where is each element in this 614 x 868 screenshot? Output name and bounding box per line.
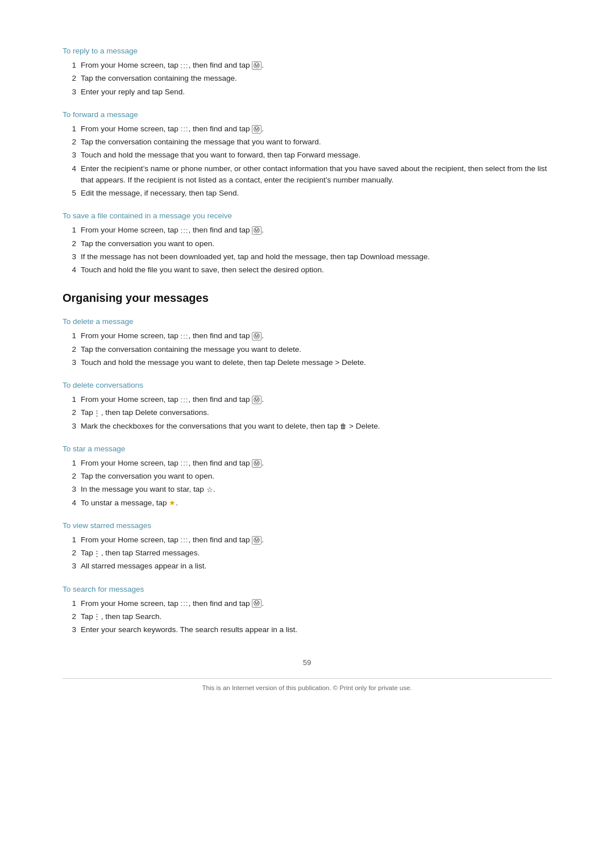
list-item: 2 Tap⋮, then tap Starred messages. [63, 547, 551, 559]
list-item: 5 Edit the message, if necessary, then t… [63, 188, 551, 199]
star-filled-icon: ★ [169, 497, 176, 509]
list-item: 1 From your Home screen, tap :::, then f… [63, 330, 551, 342]
steps-save-file: 1 From your Home screen, tap :::, then f… [63, 225, 551, 276]
heading-forward: To forward a message [63, 110, 551, 119]
section-search-messages: To search for messages 1 From your Home … [63, 585, 551, 636]
section-view-starred: To view starred messages 1 From your Hom… [63, 521, 551, 572]
list-item: 2 Tap⋮, then tap Search. [63, 611, 551, 622]
heading-star-message: To star a message [63, 445, 551, 453]
list-item: 1 From your Home screen, tap :::, then f… [63, 394, 551, 405]
list-item: 3 Enter your reply and tap Send. [63, 86, 551, 98]
grid-icon: ::: [181, 458, 189, 469]
steps-forward: 1 From your Home screen, tap :::, then f… [63, 123, 551, 200]
page-footer: 59 This is an Internet version of this p… [63, 658, 551, 691]
list-item: 4 Enter the recipient’s name or phone nu… [63, 163, 551, 186]
list-item: 2 Tap the conversation containing the me… [63, 73, 551, 84]
list-item: 4 To unstar a message, tap ★. [63, 497, 551, 509]
main-section-title: Organising your messages [63, 292, 551, 305]
page-number: 59 [63, 658, 551, 667]
list-item: 2 Tap the conversation you want to open. [63, 471, 551, 482]
steps-view-starred: 1 From your Home screen, tap :::, then f… [63, 534, 551, 572]
grid-icon: ::: [181, 394, 189, 406]
star-outline-icon: ☆ [206, 484, 213, 496]
list-item: 2 Tap the conversation containing the me… [63, 344, 551, 355]
message-app-icon: Ⓜ [252, 125, 262, 134]
message-app-icon: Ⓜ [252, 61, 262, 70]
section-reply: To reply to a message 1 From your Home s… [63, 47, 551, 98]
list-item: 3 All starred messages appear in a list. [63, 560, 551, 572]
list-item: 1 From your Home screen, tap :::, then f… [63, 534, 551, 546]
message-app-icon: Ⓜ [252, 332, 262, 340]
dots-vertical-icon: ⋮ [93, 408, 101, 419]
section-delete-conversations: To delete conversations 1 From your Home… [63, 381, 551, 432]
steps-delete-conversations: 1 From your Home screen, tap :::, then f… [63, 394, 551, 432]
steps-star-message: 1 From your Home screen, tap :::, then f… [63, 458, 551, 509]
list-item: 2 Tap the conversation containing the me… [63, 136, 551, 148]
list-item: 4 Touch and hold the file you want to sa… [63, 264, 551, 276]
list-item: 2 Tap the conversation you want to open. [63, 238, 551, 250]
steps-reply: 1 From your Home screen, tap :::, then f… [63, 60, 551, 98]
heading-reply: To reply to a message [63, 47, 551, 55]
list-item: 1 From your Home screen, tap :::, then f… [63, 598, 551, 609]
footer-note: This is an Internet version of this publ… [63, 684, 551, 691]
heading-delete-message: To delete a message [63, 317, 551, 326]
heading-search-messages: To search for messages [63, 585, 551, 593]
list-item: 3 Mark the checkboxes for the conversati… [63, 421, 551, 432]
heading-delete-conversations: To delete conversations [63, 381, 551, 389]
trash-icon: 🗑 [340, 421, 347, 431]
list-item: 3 If the message has not been downloaded… [63, 251, 551, 263]
grid-icon: ::: [181, 534, 189, 546]
dots-vertical-icon: ⋮ [93, 611, 101, 622]
steps-delete-message: 1 From your Home screen, tap :::, then f… [63, 330, 551, 368]
grid-icon: ::: [181, 225, 189, 236]
message-app-icon: Ⓜ [252, 226, 262, 235]
list-item: 3 Touch and hold the message that you wa… [63, 149, 551, 161]
heading-save-file: To save a file contained in a message yo… [63, 211, 551, 220]
steps-search-messages: 1 From your Home screen, tap :::, then f… [63, 598, 551, 636]
list-item: 1 From your Home screen, tap :::, then f… [63, 458, 551, 469]
grid-icon: ::: [181, 331, 189, 342]
dots-vertical-icon: ⋮ [93, 548, 101, 559]
message-app-icon: Ⓜ [252, 396, 262, 404]
heading-view-starred: To view starred messages [63, 521, 551, 530]
message-app-icon: Ⓜ [252, 536, 262, 545]
list-item: 1 From your Home screen, tap :::, then f… [63, 60, 551, 71]
grid-icon: ::: [181, 598, 189, 609]
list-item: 2 Tap⋮, then tap Delete conversations. [63, 407, 551, 418]
section-delete-message: To delete a message 1 From your Home scr… [63, 317, 551, 368]
section-star-message: To star a message 1 From your Home scree… [63, 445, 551, 509]
grid-icon: ::: [181, 123, 189, 135]
section-save-file: To save a file contained in a message yo… [63, 211, 551, 276]
list-item: 3 Enter your search keywords. The search… [63, 624, 551, 636]
page-content: To reply to a message 1 From your Home s… [63, 0, 551, 737]
message-app-icon: Ⓜ [252, 459, 262, 468]
section-forward: To forward a message 1 From your Home sc… [63, 110, 551, 200]
list-item: 3 Touch and hold the message you want to… [63, 357, 551, 368]
list-item: 3 In the message you want to star, tap ☆… [63, 484, 551, 495]
grid-icon: ::: [181, 60, 189, 72]
message-app-icon: Ⓜ [252, 599, 262, 608]
list-item: 1 From your Home screen, tap :::, then f… [63, 123, 551, 135]
footer-divider [63, 678, 551, 679]
list-item: 1 From your Home screen, tap :::, then f… [63, 225, 551, 236]
